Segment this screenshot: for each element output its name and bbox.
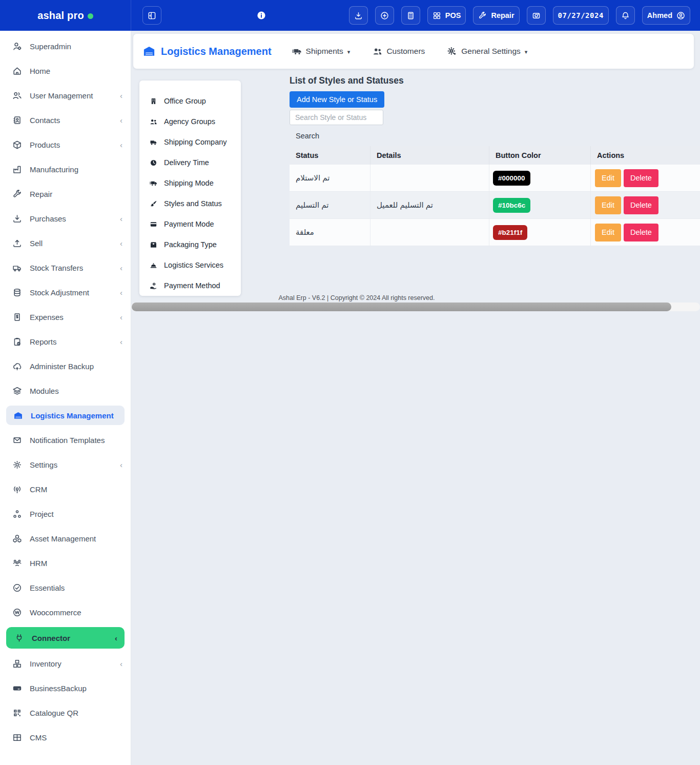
edit-button[interactable]: Edit [595, 169, 621, 187]
sidebar-item-repair[interactable]: Repair [0, 182, 131, 206]
nav-item-label: Customers [386, 47, 425, 56]
submenu-item-office-group[interactable]: Office Group [139, 91, 241, 111]
hand-holding-dollar-icon [150, 282, 157, 290]
delete-button[interactable]: Delete [624, 224, 658, 241]
download-button[interactable] [349, 6, 368, 25]
edit-button[interactable]: Edit [595, 196, 621, 214]
submenu-item-delivery-time[interactable]: Delivery Time [139, 152, 241, 173]
chevron-left-icon: ‹ [120, 461, 122, 469]
calculator-button[interactable] [401, 6, 420, 25]
sidebar-item-contacts[interactable]: Contacts ‹ [0, 108, 131, 132]
sidebar-item-label: Products [30, 140, 60, 149]
info-icon[interactable] [257, 11, 266, 20]
sidebar-item-user-management[interactable]: User Management ‹ [0, 83, 131, 108]
sidebar-item-purchases[interactable]: Purchases ‹ [0, 206, 131, 231]
download-icon [354, 11, 363, 20]
sidebar-item-logistics-management[interactable]: Logistics Management [6, 406, 125, 425]
submenu-item-payment-method[interactable]: Payment Method [139, 275, 241, 296]
sidebar-toggle-button[interactable] [142, 6, 161, 25]
sidebar-item-label: Repair [30, 190, 52, 198]
nav-item-general-settings[interactable]: General Settings ▾ [447, 47, 527, 56]
sidebar-item-stock-transfers[interactable]: Stock Transfers ‹ [0, 255, 131, 280]
sidebar-item-essentials[interactable]: Essentials [0, 575, 131, 600]
sidebar-item-settings[interactable]: Settings ‹ [0, 452, 131, 477]
sidebar-item-home[interactable]: Home [0, 58, 131, 83]
date-display[interactable]: 07/27/2024 [553, 6, 609, 25]
chevron-left-icon: ‹ [120, 239, 122, 247]
repair-button[interactable]: Repair [473, 6, 519, 25]
sidebar-item-expenses[interactable]: Expenses ‹ [0, 305, 131, 329]
chevron-left-icon: ‹ [120, 116, 122, 124]
sidebar-item-inventory[interactable]: Inventory ‹ [0, 651, 131, 676]
sidebar-item-notification-templates[interactable]: Notification Templates [0, 428, 131, 452]
sidebar-item-reports[interactable]: Reports ‹ [0, 329, 131, 354]
search-input[interactable] [290, 110, 383, 125]
sidebar-item-label: Contacts [30, 116, 60, 125]
submenu-item-shipping-mode[interactable]: Shipping Mode [139, 173, 241, 193]
box-icon [12, 140, 22, 150]
grid-icon [433, 11, 441, 20]
add-new-style-button[interactable]: Add New Style or Status [290, 91, 384, 108]
column-header-button-color: Button Color [489, 146, 591, 165]
nav-item-label: General Settings [461, 47, 520, 56]
sidebar-item-products[interactable]: Products ‹ [0, 132, 131, 157]
module-title: Logistics Management [142, 45, 272, 58]
sidebar-item-woocommerce[interactable]: Woocommerce [0, 600, 131, 625]
register-button[interactable] [527, 6, 546, 25]
delete-button[interactable]: Delete [624, 169, 658, 187]
sidebar-item-label: Administer Backup [30, 362, 94, 371]
sidebar-item-label: Settings [30, 460, 57, 469]
server-icon [12, 683, 22, 693]
sidebar-item-label: CRM [30, 485, 47, 494]
sidebar-item-superadmin[interactable]: Superadmin [0, 34, 131, 58]
gears-icon [447, 47, 457, 56]
cloud-upload-icon [12, 361, 22, 371]
sidebar-item-cms[interactable]: CMS [0, 725, 131, 750]
delete-button[interactable]: Delete [624, 196, 658, 214]
notifications-button[interactable] [616, 6, 635, 25]
user-circle-icon [676, 11, 685, 20]
scrollbar-thumb[interactable] [132, 303, 671, 311]
table-header-row: Status Details Button Color Actions [290, 146, 700, 165]
column-header-status: Status [290, 146, 370, 165]
sidebar-item-crm[interactable]: CRM [0, 477, 131, 501]
submenu-item-packaging-type[interactable]: Packaging Type [139, 234, 241, 255]
sidebar-item-manufacturing[interactable]: Manufacturing [0, 157, 131, 182]
submenu-item-styles-and-status[interactable]: Styles and Status [139, 193, 241, 214]
repair-label: Repair [491, 11, 514, 19]
pos-button[interactable]: POS [427, 6, 466, 25]
submenu-item-logistics-services[interactable]: Logistics Services [139, 255, 241, 275]
sidebar-item-sell[interactable]: Sell ‹ [0, 231, 131, 255]
sidebar-item-connector[interactable]: Connector ‹ [6, 627, 125, 649]
sidebar-item-project[interactable]: Project [0, 501, 131, 526]
edit-button[interactable]: Edit [595, 224, 621, 241]
details-cell [370, 165, 489, 191]
brand[interactable]: ashal pro [0, 0, 131, 31]
sidebar-item-hrm[interactable]: HRM [0, 551, 131, 575]
sidebar-item-catalogue-qr[interactable]: Catalogue QR [0, 700, 131, 725]
chevron-left-icon: ‹ [120, 338, 122, 346]
user-menu-button[interactable]: Ahmed [642, 6, 690, 25]
sidebar-item-label: Project [30, 510, 54, 518]
nav-item-shipments[interactable]: Shipments ▾ [292, 47, 351, 56]
submenu-item-agency-groups[interactable]: Agency Groups [139, 111, 241, 132]
horizontal-scrollbar[interactable] [131, 303, 700, 311]
package-box-icon [150, 241, 157, 249]
cubes-icon [12, 534, 22, 543]
pos-label: POS [445, 11, 461, 19]
chevron-left-icon: ‹ [120, 289, 122, 296]
user-name: Ahmed [647, 11, 672, 19]
sidebar-item-asset-management[interactable]: Asset Management [0, 526, 131, 551]
sidebar-item-administer-backup[interactable]: Administer Backup [0, 354, 131, 378]
submenu-item-shipping-company[interactable]: Shipping Company [139, 132, 241, 152]
sidebar-item-modules[interactable]: Modules [0, 378, 131, 403]
nav-item-customers[interactable]: Customers [373, 47, 425, 56]
sidebar-item-label: Logistics Management [31, 411, 114, 420]
sidebar-item-businessbackup[interactable]: BusinessBackup [0, 676, 131, 700]
clipboard-clock-icon [12, 337, 22, 347]
search-button[interactable]: Search [296, 132, 319, 140]
chevron-left-icon: ‹ [120, 264, 122, 272]
submenu-item-payment-mode[interactable]: Payment Mode [139, 214, 241, 234]
sidebar-item-stock-adjustment[interactable]: Stock Adjustment ‹ [0, 280, 131, 305]
add-button[interactable] [375, 6, 394, 25]
